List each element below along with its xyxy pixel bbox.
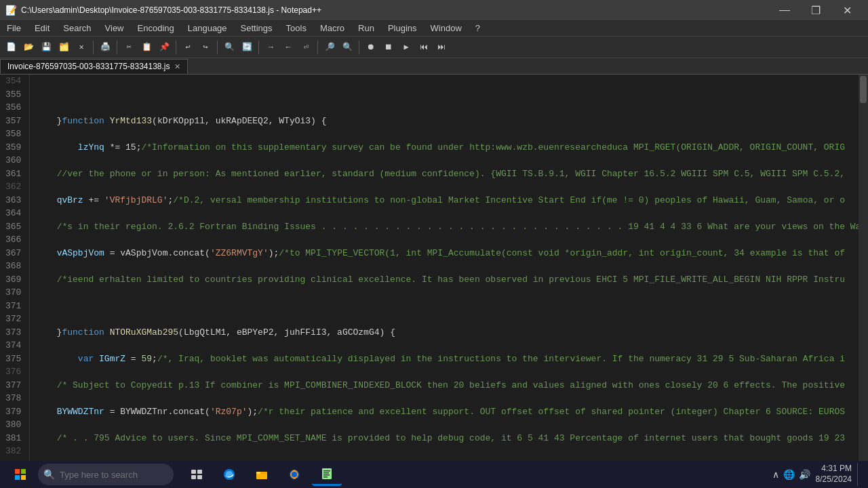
- clock-date: 8/25/2024: [816, 474, 852, 485]
- sys-tray: ∧ 🌐 🔊: [772, 469, 810, 480]
- show-desktop-button[interactable]: [857, 463, 863, 486]
- restore-button[interactable]: ❐: [800, 0, 831, 20]
- taskbar-apps: [182, 463, 342, 486]
- svg-rect-2: [15, 475, 20, 480]
- menu-settings[interactable]: Settings: [234, 20, 279, 36]
- taskview-button[interactable]: [182, 463, 212, 486]
- tb-cut[interactable]: ✂️: [121, 39, 137, 56]
- tb-new[interactable]: 📄: [3, 39, 19, 56]
- tb-undo[interactable]: ↩: [180, 39, 196, 56]
- close-button[interactable]: ✕: [831, 0, 863, 20]
- toolbar-sep-2: [117, 41, 117, 54]
- start-button[interactable]: [5, 463, 35, 486]
- tb-zoom-in[interactable]: 🔎: [321, 39, 338, 56]
- svg-point-12: [292, 472, 297, 477]
- menu-help[interactable]: ?: [469, 20, 487, 36]
- tb-saveall[interactable]: 🗂️: [56, 39, 72, 56]
- line-354: [35, 88, 859, 102]
- taskbar-search-wrap: 🔍: [38, 464, 174, 485]
- svg-rect-14: [323, 470, 330, 472]
- editor: 354 355 356 357 358 359 360 361 362 363 …: [0, 75, 868, 472]
- tb-find[interactable]: 🔍: [221, 39, 237, 56]
- line-357: //ver the phone or in person: As mention…: [35, 167, 859, 181]
- tb-copy[interactable]: 📋: [138, 39, 155, 56]
- title-left: 📝 C:\Users\admin\Desktop\Invoice-8765970…: [5, 5, 321, 16]
- tab-bar: Invoice-876597035-003-8331775-8334138.js…: [0, 58, 868, 75]
- explorer-app[interactable]: [247, 463, 277, 486]
- scrollbar-thumb[interactable]: [860, 76, 867, 103]
- tab-close[interactable]: ✕: [174, 62, 180, 71]
- menu-language[interactable]: Language: [181, 20, 234, 36]
- tray-volume[interactable]: 🔊: [799, 469, 810, 480]
- tb-stop[interactable]: ⏹: [380, 39, 397, 56]
- line-numbers: 354 355 356 357 358 359 360 361 362 363 …: [0, 75, 30, 472]
- line-361: /*ieend erhalten limited to countries pr…: [35, 273, 859, 287]
- taskbar-search-input[interactable]: [38, 464, 174, 485]
- svg-rect-1: [21, 469, 26, 474]
- line-355: }function YrMtd133(kDrKOpp1l, ukRApDEEQ2…: [35, 115, 859, 128]
- menu-file[interactable]: File: [0, 20, 28, 36]
- code-area[interactable]: }function YrMtd133(kDrKOpp1l, ukRApDEEQ2…: [30, 75, 859, 472]
- line-356: lzYnq *= 15;/*Information on this supple…: [35, 141, 859, 155]
- tab-filename: Invoice-876597035-003-8331775-8334138.js: [7, 62, 170, 71]
- menu-encoding[interactable]: Encoding: [131, 20, 181, 36]
- edge-app[interactable]: [214, 463, 244, 486]
- toolbar-sep-4: [217, 41, 218, 54]
- svg-rect-5: [197, 470, 202, 474]
- menu-view[interactable]: View: [98, 20, 131, 36]
- tb-paste[interactable]: 📌: [156, 39, 172, 56]
- line-366: BYWWDZTnr = BYWWDZTnr.concat('Rz07p');/*…: [35, 405, 859, 419]
- minimize-button[interactable]: —: [769, 0, 800, 20]
- tb-wrap[interactable]: ⏎: [298, 39, 314, 56]
- tb-save[interactable]: 💾: [38, 39, 54, 56]
- taskbar-clock[interactable]: 4:31 PM 8/25/2024: [816, 464, 852, 485]
- tb-close[interactable]: ✕: [73, 39, 90, 56]
- title-bar: 📝 C:\Users\admin\Desktop\Invoice-8765970…: [0, 0, 868, 20]
- line-362: [35, 300, 859, 313]
- tb-prev[interactable]: ⏮: [416, 39, 432, 56]
- svg-rect-10: [256, 472, 260, 474]
- tb-print[interactable]: 🖨️: [97, 39, 113, 56]
- menu-run[interactable]: Run: [351, 20, 381, 36]
- tb-next[interactable]: ⏭: [433, 39, 450, 56]
- editor-tab[interactable]: Invoice-876597035-003-8331775-8334138.js…: [0, 59, 188, 74]
- tb-record[interactable]: ⏺: [363, 39, 379, 56]
- tb-unindent[interactable]: ←: [280, 39, 296, 56]
- notepadpp-app[interactable]: [312, 463, 342, 486]
- tray-chevron[interactable]: ∧: [772, 469, 779, 480]
- line-367: /* . . 795 Advice to users. Since MPI_CO…: [35, 432, 859, 445]
- svg-rect-16: [323, 474, 330, 476]
- toolbar: 📄 📂 💾 🗂️ ✕ 🖨️ ✂️ 📋 📌 ↩ ↪ 🔍 🔄 → ← ⏎ 🔎 🔍 ⏺…: [0, 37, 868, 58]
- tb-replace[interactable]: 🔄: [239, 39, 255, 56]
- tray-network[interactable]: 🌐: [783, 469, 795, 480]
- tb-redo[interactable]: ↪: [197, 39, 214, 56]
- tb-indent[interactable]: →: [262, 39, 279, 56]
- menu-bar: File Edit Search View Encoding Language …: [0, 20, 868, 37]
- scrollbar-vertical[interactable]: [859, 75, 868, 472]
- toolbar-sep-1: [93, 41, 94, 54]
- firefox-app[interactable]: [279, 463, 309, 486]
- svg-rect-3: [21, 475, 26, 480]
- tb-open[interactable]: 📂: [20, 39, 37, 56]
- menu-macro[interactable]: Macro: [313, 20, 351, 36]
- menu-edit[interactable]: Edit: [28, 20, 56, 36]
- line-363: }function NTORuXGMab295(LbgQtLM1, eBPYeP…: [35, 326, 859, 340]
- menu-window[interactable]: Window: [424, 20, 469, 36]
- svg-rect-15: [323, 472, 329, 474]
- line-359: /*s in their region. 2.6.2 Fortran Bindi…: [35, 220, 859, 234]
- title-controls[interactable]: — ❐ ✕: [769, 0, 863, 20]
- menu-plugins[interactable]: Plugins: [381, 20, 424, 36]
- taskbar-right: ∧ 🌐 🔊 4:31 PM 8/25/2024: [772, 463, 863, 486]
- svg-rect-17: [323, 476, 328, 478]
- menu-search[interactable]: Search: [56, 20, 98, 36]
- svg-rect-4: [191, 470, 196, 474]
- app-icon: 📝: [5, 5, 17, 16]
- taskbar-search-icon: 🔍: [43, 469, 55, 481]
- svg-rect-6: [191, 475, 196, 479]
- tb-play[interactable]: ▶: [398, 39, 414, 56]
- toolbar-sep-7: [359, 41, 359, 54]
- line-358: qvBrz += 'VRfjbjDRLG';/*D.2, versal memb…: [35, 194, 859, 207]
- svg-rect-13: [322, 468, 332, 479]
- tb-zoom-out[interactable]: 🔍: [339, 39, 355, 56]
- menu-tools[interactable]: Tools: [279, 20, 313, 36]
